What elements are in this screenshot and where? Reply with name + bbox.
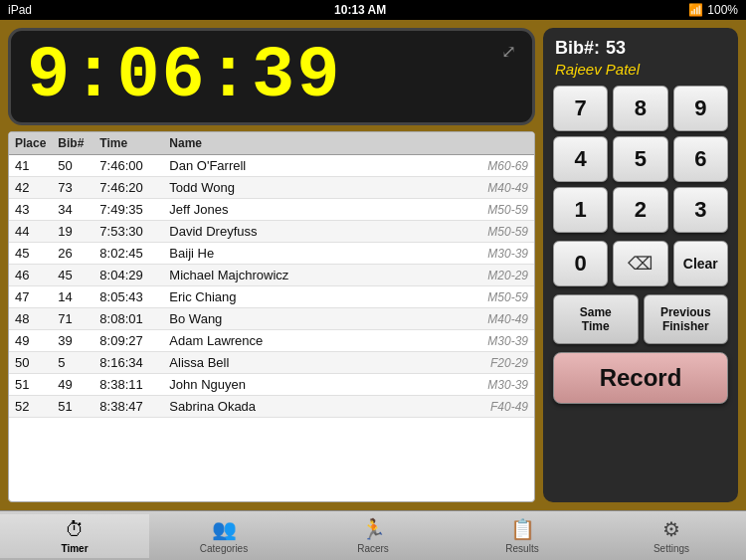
- tab-timer[interactable]: ⏱ Timer: [0, 514, 149, 558]
- cell-time: 7:46:00: [93, 155, 163, 177]
- table-row: 45 26 8:02:45 Baiji He M30-39: [9, 243, 534, 265]
- battery-level: 100%: [707, 3, 738, 17]
- cell-name: Eric Chiang: [163, 286, 428, 308]
- timer-expand-icon[interactable]: ⤢: [501, 41, 516, 63]
- cell-place: 45: [9, 243, 52, 265]
- table-row: 42 73 7:46:20 Todd Wong M40-49: [9, 177, 534, 199]
- timer-tab-label: Timer: [61, 543, 88, 554]
- tab-settings[interactable]: ⚙ Settings: [597, 513, 746, 558]
- settings-tab-icon: ⚙: [662, 517, 680, 541]
- cell-category: M60-69: [429, 155, 534, 177]
- cell-place: 43: [9, 199, 52, 221]
- record-button[interactable]: Record: [553, 352, 728, 404]
- cell-name: Todd Wong: [163, 177, 428, 199]
- cell-bib: 26: [52, 243, 93, 265]
- bib-label-row: Bib#: 53: [555, 38, 726, 59]
- status-time: 10:13 AM: [32, 3, 688, 17]
- cell-time: 8:05:43: [93, 286, 163, 308]
- racers-tab-icon: 🏃: [361, 517, 386, 541]
- cell-name: David Dreyfuss: [163, 221, 428, 243]
- timer-text: 9:06:39: [27, 41, 341, 112]
- cell-time: 8:38:11: [93, 374, 163, 396]
- cell-name: Baiji He: [163, 243, 428, 265]
- numpad-bottom-row: 0 ⌫ Clear: [553, 241, 728, 286]
- key-0[interactable]: 0: [553, 241, 608, 286]
- tab-racers[interactable]: 🏃 Racers: [298, 513, 448, 558]
- timer-display: 9:06:39 ⤢: [8, 28, 535, 125]
- key-5[interactable]: 5: [613, 136, 667, 182]
- cell-time: 7:53:30: [93, 221, 163, 243]
- key-8[interactable]: 8: [613, 86, 667, 131]
- results-tbody: 41 50 7:46:00 Dan O'Farrell M60-69 42 73…: [9, 155, 534, 418]
- key-9[interactable]: 9: [673, 86, 728, 131]
- table-row: 48 71 8:08:01 Bo Wang M40-49: [9, 308, 534, 330]
- cell-place: 52: [9, 396, 52, 418]
- results-tab-icon: 📋: [510, 517, 535, 541]
- cell-name: Adam Lawrence: [163, 330, 428, 352]
- bluetooth-icon: 📶: [688, 3, 703, 17]
- cell-place: 48: [9, 308, 52, 330]
- results-tab-label: Results: [505, 543, 538, 554]
- table-row: 47 14 8:05:43 Eric Chiang M50-59: [9, 286, 534, 308]
- table-row: 41 50 7:46:00 Dan O'Farrell M60-69: [9, 155, 534, 177]
- status-right: 📶 100%: [688, 3, 738, 17]
- bib-display: Bib#: 53 Rajeev Patel: [553, 38, 728, 78]
- cell-time: 8:16:34: [93, 352, 163, 374]
- key-7[interactable]: 7: [553, 86, 608, 131]
- key-2[interactable]: 2: [613, 187, 667, 233]
- previous-finisher-button[interactable]: Previous Finisher: [644, 294, 729, 344]
- table-row: 50 5 8:16:34 Alissa Bell F20-29: [9, 352, 534, 374]
- cell-bib: 39: [52, 330, 93, 352]
- key-1[interactable]: 1: [553, 187, 608, 233]
- cell-bib: 45: [52, 265, 93, 286]
- table-row: 52 51 8:38:47 Sabrina Okada F40-49: [9, 396, 534, 418]
- table-row: 49 39 8:09:27 Adam Lawrence M30-39: [9, 330, 534, 352]
- tab-categories[interactable]: 👥 Categories: [149, 513, 298, 558]
- cell-category: M50-59: [429, 199, 534, 221]
- cell-place: 44: [9, 221, 52, 243]
- cell-bib: 34: [52, 199, 93, 221]
- clear-button[interactable]: Clear: [673, 241, 728, 286]
- numpad-panel: Bib#: 53 Rajeev Patel 789456123 0 ⌫ Clea…: [543, 28, 738, 502]
- cell-place: 41: [9, 155, 52, 177]
- col-time: Time: [93, 132, 163, 155]
- tab-results[interactable]: 📋 Results: [448, 513, 597, 558]
- col-name: Name: [163, 132, 428, 155]
- key-6[interactable]: 6: [673, 136, 728, 182]
- cell-bib: 71: [52, 308, 93, 330]
- col-category: [429, 132, 534, 155]
- cell-place: 47: [9, 286, 52, 308]
- cell-time: 8:38:47: [93, 396, 163, 418]
- cell-category: M50-59: [429, 286, 534, 308]
- cell-place: 46: [9, 265, 52, 286]
- cell-time: 8:02:45: [93, 243, 163, 265]
- cell-bib: 50: [52, 155, 93, 177]
- col-bib: Bib#: [52, 132, 93, 155]
- status-left: iPad: [8, 3, 32, 17]
- cell-time: 8:09:27: [93, 330, 163, 352]
- cell-bib: 73: [52, 177, 93, 199]
- cell-category: M30-39: [429, 243, 534, 265]
- cell-time: 7:49:35: [93, 199, 163, 221]
- bib-number: 53: [606, 38, 626, 59]
- cell-category: M30-39: [429, 330, 534, 352]
- delete-button[interactable]: ⌫: [613, 241, 667, 286]
- table-row: 51 49 8:38:11 John Nguyen M30-39: [9, 374, 534, 396]
- key-4[interactable]: 4: [553, 136, 608, 182]
- cell-bib: 19: [52, 221, 93, 243]
- key-3[interactable]: 3: [673, 187, 728, 233]
- same-time-button[interactable]: Same Time: [553, 294, 639, 344]
- table-row: 43 34 7:49:35 Jeff Jones M50-59: [9, 199, 534, 221]
- cell-bib: 5: [52, 352, 93, 374]
- cell-category: M50-59: [429, 221, 534, 243]
- settings-tab-label: Settings: [653, 543, 689, 554]
- cell-bib: 51: [52, 396, 93, 418]
- cell-category: M40-49: [429, 308, 534, 330]
- cell-name: Alissa Bell: [163, 352, 428, 374]
- cell-category: M20-29: [429, 265, 534, 286]
- racers-tab-label: Racers: [357, 543, 389, 554]
- cell-time: 7:46:20: [93, 177, 163, 199]
- cell-time: 8:04:29: [93, 265, 163, 286]
- table-header-row: Place Bib# Time Name: [9, 132, 534, 155]
- cell-name: Michael Majchrowicz: [163, 265, 428, 286]
